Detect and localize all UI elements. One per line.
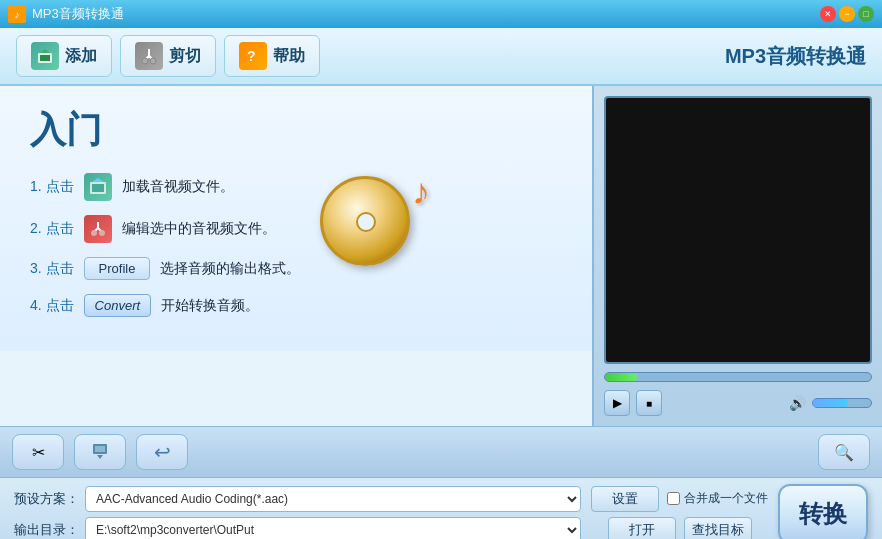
merge-checkbox-area: 合并成一个文件: [667, 490, 768, 507]
video-panel: ▶ ■ 🔊: [592, 86, 882, 426]
step-2-text: 编辑选中的音视频文件。: [122, 220, 276, 238]
help-button[interactable]: ? 帮助: [224, 35, 320, 77]
cd-visual: ♪: [320, 176, 420, 276]
intro-title: 入门: [30, 106, 562, 155]
action-bar: ✂ ↩ 🔍: [0, 426, 882, 478]
stop-button[interactable]: ■: [636, 390, 662, 416]
title-bar: ♪ MP3音频转换通 ✕ − □: [0, 0, 882, 28]
step-4-text: 开始转换音频。: [161, 297, 259, 315]
preset-row: 预设方案： AAC-Advanced Audio Coding(*.aac): [14, 486, 581, 512]
progress-track[interactable]: [604, 372, 872, 382]
window-controls: ✕ − □: [820, 6, 874, 22]
svg-point-3: [142, 58, 148, 64]
arrow-button[interactable]: ↩: [136, 434, 188, 470]
close-button[interactable]: ✕: [820, 6, 836, 22]
step-2-icon: [84, 215, 112, 243]
left-panel: 入门 1. 点击 加载音视频文件。 2. 点击 编辑选中的音视频文件。 3. 点…: [0, 86, 592, 426]
preset-select[interactable]: AAC-Advanced Audio Coding(*.aac): [85, 486, 581, 512]
cd-disc: [320, 176, 410, 266]
toolbar: 添加 剪切 ? 帮助 MP3音频转换通: [0, 28, 882, 86]
maximize-button[interactable]: □: [858, 6, 874, 22]
search-action-button[interactable]: 🔍: [818, 434, 870, 470]
progress-bar-area: [604, 372, 872, 382]
add-button[interactable]: 添加: [16, 35, 112, 77]
step-2-num: 2. 点击: [30, 220, 74, 238]
cut-icon: [135, 42, 163, 70]
title-bar-text: MP3音频转换通: [32, 5, 814, 23]
app-icon: ♪: [8, 5, 26, 23]
playback-controls: ▶ ■ 🔊: [604, 390, 872, 416]
profile-button[interactable]: Profile: [84, 257, 151, 280]
find-button[interactable]: 查找目标: [684, 517, 752, 540]
step-1-num: 1. 点击: [30, 178, 74, 196]
volume-slider[interactable]: [812, 398, 872, 408]
add-icon: [31, 42, 59, 70]
step-2: 2. 点击 编辑选中的音视频文件。: [30, 215, 562, 243]
bottom-bar: 预设方案： AAC-Advanced Audio Coding(*.aac) 输…: [0, 478, 882, 539]
svg-rect-9: [92, 184, 104, 192]
progress-fill: [605, 373, 637, 381]
intro-panel: 入门 1. 点击 加载音视频文件。 2. 点击 编辑选中的音视频文件。 3. 点…: [0, 86, 592, 351]
step-4-num: 4. 点击: [30, 297, 74, 315]
video-preview: [604, 96, 872, 364]
scissors-icon: ✂: [32, 443, 45, 462]
bottom-mid: 设置 合并成一个文件 打开 查找目标: [591, 486, 768, 540]
refresh-button[interactable]: [74, 434, 126, 470]
step-3-text: 选择音频的输出格式。: [160, 260, 300, 278]
minimize-button[interactable]: −: [839, 6, 855, 22]
app-title: MP3音频转换通: [725, 43, 866, 70]
merge-label: 合并成一个文件: [684, 490, 768, 507]
refresh-icon: [90, 440, 110, 464]
convert-main-button[interactable]: 转换: [778, 484, 868, 539]
output-row: 输出目录： E:\soft2\mp3converter\OutPut: [14, 517, 581, 540]
svg-marker-15: [97, 455, 103, 459]
merge-checkbox[interactable]: [667, 492, 680, 505]
search-icon: 🔍: [834, 443, 854, 462]
scissors-button[interactable]: ✂: [12, 434, 64, 470]
step-4: 4. 点击 Convert 开始转换音频。: [30, 294, 562, 317]
step-1: 1. 点击 加载音视频文件。: [30, 173, 562, 201]
volume-fill: [813, 399, 848, 407]
volume-icon: 🔊: [789, 395, 806, 411]
main-area: 入门 1. 点击 加载音视频文件。 2. 点击 编辑选中的音视频文件。 3. 点…: [0, 86, 882, 426]
help-icon: ?: [239, 42, 267, 70]
convert-step-button[interactable]: Convert: [84, 294, 152, 317]
preset-label: 预设方案：: [14, 490, 79, 508]
svg-point-11: [99, 230, 105, 236]
cd-hole: [356, 212, 376, 232]
output-label: 输出目录：: [14, 521, 79, 539]
svg-rect-1: [40, 55, 50, 61]
step-3: 3. 点击 Profile 选择音频的输出格式。: [30, 257, 562, 280]
arrow-icon: ↩: [154, 440, 171, 464]
svg-marker-8: [92, 178, 104, 182]
step-1-text: 加载音视频文件。: [122, 178, 234, 196]
play-button[interactable]: ▶: [604, 390, 630, 416]
music-note-icon: ♪: [412, 171, 430, 213]
svg-point-4: [150, 58, 156, 64]
svg-text:?: ?: [247, 48, 256, 64]
svg-point-10: [91, 230, 97, 236]
settings-button[interactable]: 设置: [591, 486, 659, 512]
open-button[interactable]: 打开: [608, 517, 676, 540]
svg-rect-14: [95, 446, 105, 452]
cut-button[interactable]: 剪切: [120, 35, 216, 77]
svg-marker-2: [40, 49, 50, 53]
step-3-num: 3. 点击: [30, 260, 74, 278]
step-1-icon: [84, 173, 112, 201]
output-select[interactable]: E:\soft2\mp3converter\OutPut: [85, 517, 581, 540]
bottom-left: 预设方案： AAC-Advanced Audio Coding(*.aac) 输…: [14, 486, 581, 540]
